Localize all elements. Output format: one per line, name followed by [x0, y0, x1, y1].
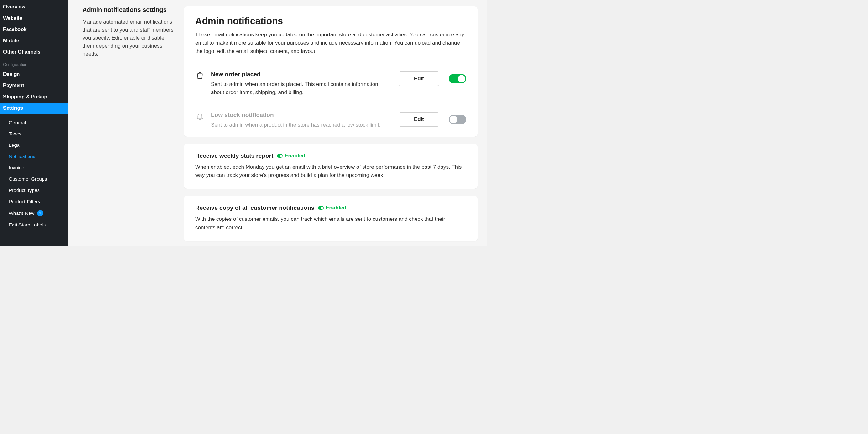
sidebar-sub-product-types[interactable]: Product Types: [0, 185, 68, 196]
section-title: Receive weekly stats report: [195, 152, 273, 159]
sidebar-sub-label: Edit Store Labels: [9, 222, 46, 228]
enabled-pill: Enabled: [318, 205, 346, 211]
edit-button-new-order[interactable]: Edit: [399, 71, 439, 86]
row-description: Sent to admin when an order is placed. T…: [211, 80, 392, 96]
section-description: When enabled, each Monday you get an ema…: [195, 163, 466, 180]
sidebar: Overview Website Facebook Mobile Other C…: [0, 0, 68, 245]
whats-new-badge: 1: [37, 210, 43, 216]
toggle-on-icon: [318, 206, 324, 210]
sidebar-sub-label: Product Filters: [9, 199, 40, 204]
sidebar-sub-label: General: [9, 120, 26, 125]
sidebar-sub-label: Taxes: [9, 131, 22, 137]
admin-notifications-card: Admin notifications These email notifica…: [184, 6, 477, 137]
bell-icon: [195, 112, 205, 120]
edit-button-low-stock[interactable]: Edit: [399, 112, 439, 127]
enabled-label: Enabled: [284, 153, 305, 159]
sidebar-sub-product-filters[interactable]: Product Filters: [0, 196, 68, 207]
sidebar-sub-general[interactable]: General: [0, 117, 68, 128]
main-column: Admin notifications These email notifica…: [184, 6, 477, 245]
sidebar-sub-customer-groups[interactable]: Customer Groups: [0, 173, 68, 185]
sidebar-sub-label: Customer Groups: [9, 176, 47, 182]
sidebar-sub-label: Legal: [9, 142, 21, 148]
toggle-low-stock[interactable]: [449, 115, 466, 124]
shopping-bag-icon: [195, 71, 205, 80]
sidebar-sub-label: Invoice: [9, 165, 24, 171]
enabled-pill: Enabled: [277, 153, 305, 159]
sidebar-item-facebook[interactable]: Facebook: [0, 24, 68, 35]
sidebar-sub-label: Notifications: [9, 154, 35, 159]
sidebar-sub-notifications[interactable]: Notifications: [0, 151, 68, 162]
card-description: These email notifications keep you updat…: [195, 31, 466, 56]
section-title: Receive copy of all customer notificatio…: [195, 204, 314, 211]
sidebar-item-other-channels[interactable]: Other Channels: [0, 47, 68, 58]
intro-title: Admin notifications settings: [83, 6, 177, 13]
sidebar-item-mobile[interactable]: Mobile: [0, 35, 68, 47]
customer-copies-card: Receive copy of all customer notificatio…: [184, 196, 477, 241]
sidebar-sub-edit-store-labels[interactable]: Edit Store Labels: [0, 219, 68, 230]
row-title: Low stock notification: [211, 112, 392, 119]
sidebar-sub-taxes[interactable]: Taxes: [0, 128, 68, 140]
sidebar-item-payment[interactable]: Payment: [0, 80, 68, 91]
sidebar-item-design[interactable]: Design: [0, 69, 68, 80]
sidebar-item-overview[interactable]: Overview: [0, 1, 68, 12]
sidebar-sub-whats-new[interactable]: What's New 1: [0, 207, 68, 219]
sidebar-heading-configuration: Configuration: [0, 58, 68, 69]
intro-column: Admin notifications settings Manage auto…: [83, 6, 177, 245]
card-title: Admin notifications: [195, 16, 466, 26]
sidebar-item-website[interactable]: Website: [0, 12, 68, 24]
notification-row-low-stock: Low stock notification Sent to admin whe…: [184, 104, 477, 137]
sidebar-item-shipping-pickup[interactable]: Shipping & Pickup: [0, 91, 68, 103]
sidebar-sub-label: What's New: [9, 210, 34, 216]
row-description: Sent to admin when a product in the stor…: [211, 121, 392, 129]
toggle-on-icon: [277, 154, 283, 158]
notification-row-new-order: New order placed Sent to admin when an o…: [184, 63, 477, 104]
sidebar-sub-label: Product Types: [9, 187, 40, 193]
content: Admin notifications settings Manage auto…: [68, 0, 487, 245]
section-description: With the copies of customer emails, you …: [195, 215, 466, 232]
sidebar-item-settings[interactable]: Settings: [0, 103, 68, 114]
row-title: New order placed: [211, 71, 392, 78]
weekly-stats-card: Receive weekly stats report Enabled When…: [184, 144, 477, 189]
toggle-new-order[interactable]: [449, 74, 466, 83]
sidebar-sub-invoice[interactable]: Invoice: [0, 162, 68, 173]
sidebar-sub-legal[interactable]: Legal: [0, 140, 68, 151]
intro-description: Manage automated email notifications tha…: [83, 18, 177, 58]
enabled-label: Enabled: [326, 205, 346, 211]
